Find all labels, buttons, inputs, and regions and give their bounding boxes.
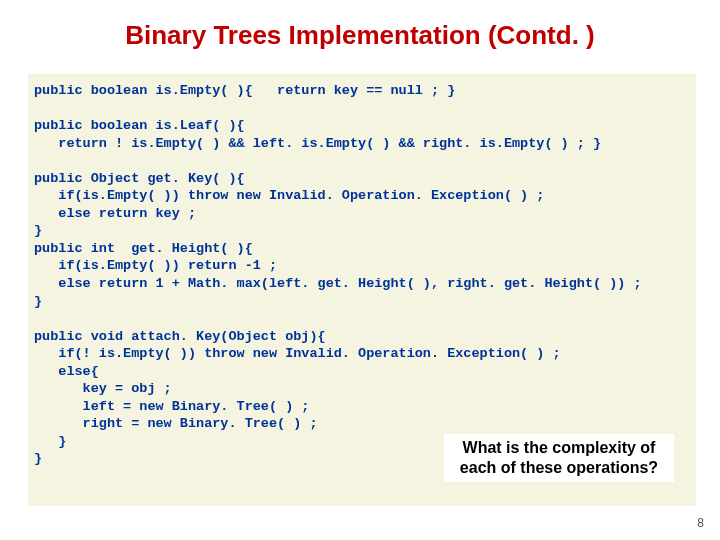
code-text: public boolean is.Empty( ){ return key =… bbox=[34, 82, 690, 468]
slide-title: Binary Trees Implementation (Contd. ) bbox=[0, 0, 720, 61]
slide: Binary Trees Implementation (Contd. ) pu… bbox=[0, 0, 720, 540]
complexity-question-box: What is the complexity of each of these … bbox=[444, 434, 674, 482]
slide-number: 8 bbox=[697, 516, 704, 530]
